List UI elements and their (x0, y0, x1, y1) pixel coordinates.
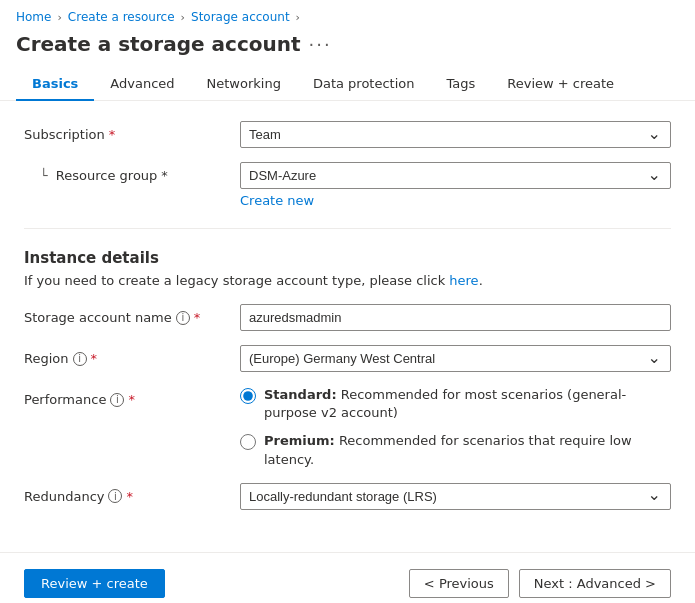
performance-row: Performance i * Standard: Recommended fo… (24, 386, 671, 469)
review-create-button[interactable]: Review + create (24, 569, 165, 598)
main-content: Subscription * Team Resource group * DSM… (0, 101, 695, 544)
page-title-row: Create a storage account ··· (0, 28, 695, 68)
subscription-select-wrapper: Team (240, 121, 671, 148)
resource-group-select-wrapper: DSM-Azure (240, 162, 671, 189)
region-required: * (91, 351, 98, 366)
breadcrumb: Home › Create a resource › Storage accou… (0, 0, 695, 28)
previous-button[interactable]: < Previous (409, 569, 509, 598)
tab-networking[interactable]: Networking (191, 68, 297, 101)
performance-premium-option[interactable]: Premium: Recommended for scenarios that … (240, 432, 671, 468)
bottom-bar: Review + create < Previous Next : Advanc… (0, 552, 695, 603)
create-new-link[interactable]: Create new (240, 193, 314, 208)
tab-tags[interactable]: Tags (431, 68, 492, 101)
tab-advanced[interactable]: Advanced (94, 68, 190, 101)
subscription-select[interactable]: Team (240, 121, 671, 148)
storage-account-name-control (240, 304, 671, 331)
storage-account-name-row: Storage account name i * (24, 304, 671, 331)
resource-group-row: Resource group * DSM-Azure Create new (24, 162, 671, 208)
resource-group-control: DSM-Azure Create new (240, 162, 671, 208)
tab-basics[interactable]: Basics (16, 68, 94, 101)
tab-review-create[interactable]: Review + create (491, 68, 630, 101)
next-button[interactable]: Next : Advanced > (519, 569, 671, 598)
subscription-row: Subscription * Team (24, 121, 671, 148)
subscription-control: Team (240, 121, 671, 148)
redundancy-select[interactable]: Locally-redundant storage (LRS) (240, 483, 671, 510)
region-select-wrapper: (Europe) Germany West Central (240, 345, 671, 372)
more-options-icon[interactable]: ··· (309, 34, 332, 55)
performance-standard-option[interactable]: Standard: Recommended for most scenarios… (240, 386, 671, 422)
resource-group-required: * (161, 168, 168, 183)
storage-account-name-input[interactable] (240, 304, 671, 331)
breadcrumb-create-resource[interactable]: Create a resource (68, 10, 175, 24)
redundancy-control: Locally-redundant storage (LRS) (240, 483, 671, 510)
region-info-icon[interactable]: i (73, 352, 87, 366)
instance-details-title: Instance details (24, 249, 671, 267)
performance-control: Standard: Recommended for most scenarios… (240, 386, 671, 469)
resource-group-select[interactable]: DSM-Azure (240, 162, 671, 189)
tab-data-protection[interactable]: Data protection (297, 68, 431, 101)
region-control: (Europe) Germany West Central (240, 345, 671, 372)
performance-radio-group: Standard: Recommended for most scenarios… (240, 386, 671, 469)
performance-premium-label: Premium: Recommended for scenarios that … (264, 432, 671, 468)
storage-account-name-label: Storage account name i * (24, 304, 224, 325)
region-row: Region i * (Europe) Germany West Central (24, 345, 671, 372)
performance-premium-radio[interactable] (240, 434, 256, 450)
performance-info-icon[interactable]: i (110, 393, 124, 407)
divider-1 (24, 228, 671, 229)
region-label: Region i * (24, 345, 224, 366)
performance-standard-radio[interactable] (240, 388, 256, 404)
redundancy-label: Redundancy i * (24, 483, 224, 504)
breadcrumb-home[interactable]: Home (16, 10, 51, 24)
storage-name-info-icon[interactable]: i (176, 311, 190, 325)
instance-details-description: If you need to create a legacy storage a… (24, 273, 671, 288)
performance-label: Performance i * (24, 386, 224, 407)
storage-name-required: * (194, 310, 201, 325)
redundancy-required: * (126, 489, 133, 504)
subscription-required: * (109, 127, 116, 142)
region-select[interactable]: (Europe) Germany West Central (240, 345, 671, 372)
performance-required: * (128, 392, 135, 407)
breadcrumb-storage-account[interactable]: Storage account (191, 10, 290, 24)
redundancy-select-wrapper: Locally-redundant storage (LRS) (240, 483, 671, 510)
resource-group-label: Resource group * (24, 162, 224, 183)
performance-standard-label: Standard: Recommended for most scenarios… (264, 386, 671, 422)
page-title: Create a storage account (16, 32, 301, 56)
tabs-bar: Basics Advanced Networking Data protecti… (0, 68, 695, 101)
redundancy-row: Redundancy i * Locally-redundant storage… (24, 483, 671, 510)
subscription-label: Subscription * (24, 121, 224, 142)
redundancy-info-icon[interactable]: i (108, 489, 122, 503)
legacy-here-link[interactable]: here (449, 273, 478, 288)
